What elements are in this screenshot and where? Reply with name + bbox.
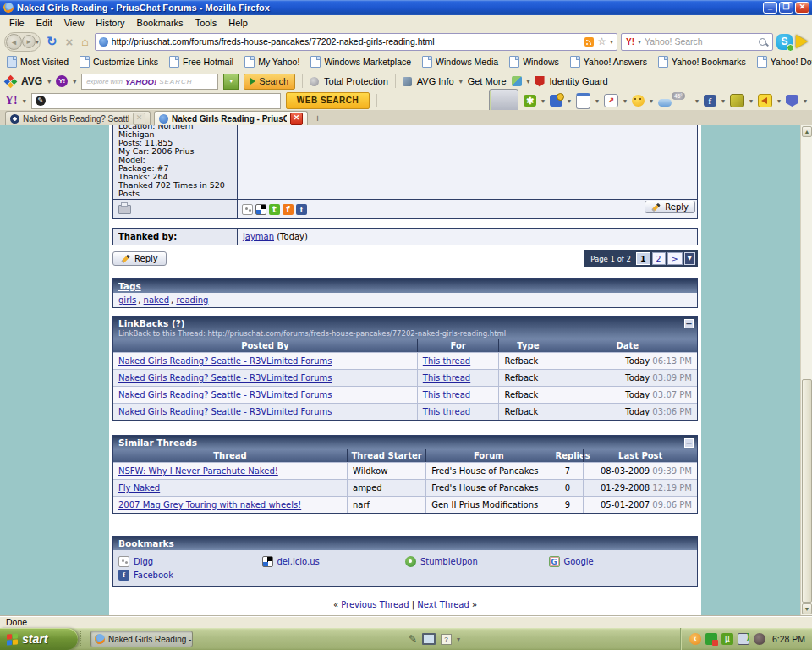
bookmark-digg[interactable]: Digg <box>118 556 262 567</box>
weather-temp-badge[interactable]: 45° <box>672 92 685 100</box>
avg-get-more[interactable]: Get More <box>468 76 507 86</box>
url-text[interactable]: http://priuschat.com/forums/freds-house-… <box>112 36 581 47</box>
dropdown-icon[interactable]: ▾ <box>804 97 807 105</box>
menu-edit[interactable]: Edit <box>30 16 58 30</box>
dropdown-icon[interactable]: ▾ <box>721 97 725 105</box>
scroll-down-button[interactable]: ▼ <box>802 603 812 614</box>
digg-share-icon[interactable] <box>242 204 253 215</box>
delicious-share-icon[interactable] <box>255 204 266 215</box>
avg-info-dropdown-icon[interactable]: ▾ <box>459 78 463 85</box>
bookmark-customize-links[interactable]: Customize Links <box>80 56 158 68</box>
avg-brand[interactable]: AVG <box>21 75 42 87</box>
messenger-icon[interactable] <box>632 95 645 107</box>
forward-button[interactable]: ► <box>22 35 36 48</box>
thanked-user-link[interactable]: jayman <box>243 232 274 241</box>
page-jump-dropdown[interactable]: ▼ <box>684 252 695 265</box>
web-search-button[interactable]: WEB SEARCH <box>286 92 370 109</box>
bookmark-yahoo-bookmarks[interactable]: Yahoo! Bookmarks <box>658 56 746 68</box>
avg-search-button[interactable]: Search <box>244 74 295 90</box>
bookmark-stumbleupon[interactable]: StumbleUpon <box>405 556 549 567</box>
menu-tools[interactable]: Tools <box>189 16 223 30</box>
bookmark-windows-marketplace[interactable]: Windows Marketplace <box>310 56 411 68</box>
taskbar-clock[interactable]: 6:28 PM <box>772 634 805 644</box>
tray-volume-icon[interactable] <box>754 633 765 645</box>
linkback-source-link[interactable]: Naked Girls Reading? Seattle - R3VLimite… <box>118 373 332 383</box>
avg-search-input[interactable]: explore with YAHOO! SEARCH <box>81 74 218 90</box>
bookmark-windows-media[interactable]: Windows Media <box>422 56 498 68</box>
page-2-link[interactable]: 2 <box>652 252 666 265</box>
anti-spy-icon[interactable]: ✱ <box>524 95 536 107</box>
start-button[interactable]: start <box>0 628 78 650</box>
yahoo-engine-icon[interactable]: Y! <box>56 75 68 87</box>
dropdown-icon[interactable]: ▾ <box>623 97 627 105</box>
bookmark-yahoo-downloads[interactable]: Yahoo! Downloads <box>757 56 812 68</box>
linkback-source-link[interactable]: Naked Girls Reading? Seattle - R3VLimite… <box>118 390 332 399</box>
dropdown-icon[interactable]: ▾ <box>749 97 753 105</box>
engine-dropdown-icon[interactable]: ▾ <box>73 78 76 85</box>
yahoo-search-input[interactable]: ✎ <box>31 93 281 109</box>
linkback-source-link[interactable]: Naked Girls Reading? Seattle - R3VLimite… <box>118 356 332 366</box>
collapse-icon[interactable]: − <box>684 319 694 328</box>
tags-header-link[interactable]: Tags <box>118 281 141 291</box>
bookmark-windows[interactable]: Windows <box>509 56 559 68</box>
task-button-firefox[interactable]: Naked Girls Reading -... <box>90 631 193 647</box>
page-1-current[interactable]: 1 <box>636 252 650 265</box>
language-bar-options-icon[interactable]: ▾ <box>457 636 460 643</box>
history-dropdown-icon[interactable]: ▾ <box>36 38 39 46</box>
yahoo-menu-dropdown-icon[interactable]: ▾ <box>23 97 26 105</box>
search-engine-dropdown-icon[interactable]: ▾ <box>638 38 641 46</box>
skype-extension-icon[interactable]: S <box>776 34 793 50</box>
dropdown-icon[interactable]: ▾ <box>595 97 599 105</box>
dropdown-icon[interactable]: ▾ <box>541 97 545 105</box>
this-thread-link[interactable]: This thread <box>423 390 470 399</box>
tag-link[interactable]: naked <box>144 295 169 305</box>
dropdown-icon[interactable]: ▾ <box>650 97 653 105</box>
next-thread-link[interactable]: Next Thread <box>417 600 469 609</box>
new-tab-button[interactable]: + <box>311 112 324 125</box>
alerts-icon[interactable] <box>758 94 772 107</box>
menu-history[interactable]: History <box>90 16 130 30</box>
home-button[interactable]: ⌂ <box>79 35 91 48</box>
finance-icon[interactable] <box>730 94 744 107</box>
update-icon[interactable] <box>512 76 522 86</box>
yahoo-search-engine-icon[interactable]: Y! <box>626 37 634 47</box>
yahoo-mail-icon[interactable] <box>550 95 562 107</box>
update-dropdown-icon[interactable]: ▾ <box>527 78 530 85</box>
this-thread-link[interactable]: This thread <box>423 407 470 416</box>
thread-link[interactable]: 2007 Mag Grey Touring with naked wheels! <box>118 500 301 510</box>
linkback-source-link[interactable]: Naked Girls Reading? Seattle - R3VLimite… <box>118 407 332 416</box>
tag-link[interactable]: reading <box>176 295 208 305</box>
reply-button[interactable]: Reply <box>112 251 167 266</box>
facebook-share-icon[interactable] <box>296 204 307 215</box>
avg-identity-guard[interactable]: Identity Guard <box>550 76 608 86</box>
collapse-icon[interactable]: − <box>684 438 694 448</box>
maximize-button[interactable]: ❐ <box>779 2 793 14</box>
menu-bookmarks[interactable]: Bookmarks <box>131 16 189 30</box>
bookmark-facebook[interactable]: Facebook <box>118 570 262 581</box>
tab-priuschat[interactable]: Naked Girls Reading - PriusChat F... ✕ <box>154 111 308 125</box>
tag-link[interactable]: girls <box>118 295 136 305</box>
avg-dropdown-icon[interactable]: ▾ <box>47 78 51 85</box>
pen-input-icon[interactable]: ✎ <box>409 633 417 645</box>
bookmark-yahoo-answers[interactable]: Yahoo! Answers <box>570 56 647 68</box>
bookmark-most-visited[interactable]: Most Visited <box>7 56 69 68</box>
friends-count-link[interactable]: 13 <box>152 197 163 199</box>
menu-file[interactable]: File <box>3 16 30 30</box>
help-icon[interactable]: ? <box>441 634 452 645</box>
this-thread-link[interactable]: This thread <box>423 373 470 383</box>
scroll-up-button[interactable]: ▲ <box>802 126 812 137</box>
menu-help[interactable]: Help <box>222 16 254 30</box>
site-rating-icon[interactable] <box>796 35 808 48</box>
hide-tray-icons-button[interactable]: ‹ <box>689 633 701 645</box>
tab-close-icon[interactable]: ✕ <box>133 113 145 125</box>
tray-antivirus-icon[interactable] <box>705 633 717 645</box>
dropdown-icon[interactable]: ▾ <box>568 97 571 105</box>
next-page-link[interactable]: > <box>667 252 683 265</box>
facebook-icon[interactable]: f <box>704 95 716 107</box>
tray-utorrent-icon[interactable]: µ <box>721 633 733 645</box>
security-shield-icon[interactable] <box>786 95 798 107</box>
furl-share-icon[interactable] <box>283 204 294 215</box>
weather-icon[interactable] <box>658 99 672 107</box>
back-button[interactable]: ◄ <box>6 34 22 50</box>
avg-total-protection[interactable]: Total Protection <box>324 76 388 86</box>
